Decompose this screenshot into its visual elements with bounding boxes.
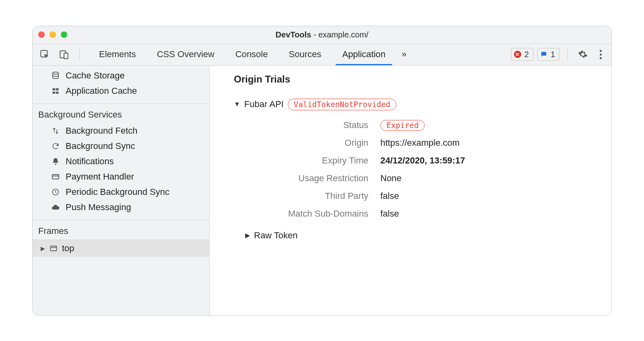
field-value-match-subdomains: false [380,209,595,219]
window-titlebar: DevTools - example.com/ [33,26,611,44]
svg-rect-7 [56,91,59,93]
svg-rect-4 [53,88,56,90]
sidebar-item-label: Payment Handler [66,172,134,182]
section-heading-origin-trials: Origin Trials [234,74,595,85]
window-title-app: DevTools [276,30,312,39]
svg-rect-8 [52,174,59,179]
toolbar-divider [568,48,568,60]
message-icon [540,51,547,58]
sidebar-item-top-frame[interactable]: ▶ top [33,240,209,257]
cloud-icon [50,202,61,213]
window-traffic-lights [38,31,67,38]
console-errors-pill[interactable]: ✕ 2 [511,48,533,61]
status-badge: Expired [380,120,425,131]
close-window-button[interactable] [38,31,45,38]
inspect-element-button[interactable] [37,46,53,62]
window-title: DevTools - example.com/ [33,30,611,39]
devtools-panel-tabs: Elements CSS Overview Console Sources Ap… [89,44,511,65]
field-value-third-party: false [380,191,595,201]
toolbar-divider [79,48,80,60]
window-title-location: example.com/ [318,30,369,39]
sidebar-heading-frames: Frames [33,224,209,240]
origin-trial-details: Status Expired Origin https://example.co… [248,120,595,219]
application-sidebar: Cache Storage Application Cache Backgrou… [33,66,210,315]
sidebar-item-push-messaging[interactable]: Push Messaging [33,200,209,215]
field-label-origin: Origin [248,138,368,148]
svg-rect-6 [53,91,56,93]
field-label-third-party: Third Party [248,191,368,201]
field-label-match-subdomains: Match Sub-Domains [248,209,368,219]
field-value-expiry: 24/12/2020, 13:59:17 [380,155,595,166]
more-options-button[interactable] [594,50,607,59]
sidebar-item-label: Cache Storage [66,70,125,81]
svg-rect-2 [64,53,68,59]
error-icon: ✕ [514,51,521,58]
sidebar-item-periodic-background-sync[interactable]: Periodic Background Sync [33,184,209,200]
origin-trial-token-badge: ValidTokenNotProvided [288,99,396,110]
sidebar-item-application-cache[interactable]: Application Cache [33,83,209,99]
raw-token-row[interactable]: ▶ Raw Token [245,230,595,241]
tabs-overflow-button[interactable]: » [396,44,412,65]
origin-trial-row[interactable]: ▼ Fubar API ValidTokenNotProvided [234,99,595,110]
raw-token-label: Raw Token [254,230,297,241]
tab-sources[interactable]: Sources [278,44,332,65]
field-label-usage: Usage Restriction [248,173,368,184]
sidebar-item-label: Background Sync [66,141,135,151]
device-toolbar-button[interactable] [56,46,72,62]
sidebar-item-label: Application Cache [66,86,137,96]
svg-rect-10 [51,246,57,251]
bell-icon [50,156,61,167]
devtools-toolbar: Elements CSS Overview Console Sources Ap… [33,44,611,66]
sidebar-item-background-sync[interactable]: Background Sync [33,138,209,154]
field-label-expiry: Expiry Time [248,155,368,166]
tab-application[interactable]: Application [332,44,396,65]
tab-css-overview[interactable]: CSS Overview [147,44,225,65]
minimize-window-button[interactable] [50,31,56,38]
origin-trial-name: Fubar API [244,99,284,110]
database-icon [50,70,61,81]
sidebar-item-notifications[interactable]: Notifications [33,154,209,169]
svg-point-3 [53,72,59,74]
tab-elements[interactable]: Elements [89,44,147,65]
messages-count: 1 [551,50,555,59]
errors-count: 2 [524,50,529,59]
devtools-window: DevTools - example.com/ [32,26,612,316]
sidebar-item-label: Background Fetch [66,126,138,136]
window-icon [48,243,59,254]
svg-rect-5 [56,88,59,90]
tab-console[interactable]: Console [225,44,279,65]
sync-icon [50,141,61,151]
application-main-panel: Origin Trials ▼ Fubar API ValidTokenNotP… [210,66,611,315]
collapse-triangle-icon: ▼ [234,101,240,108]
sidebar-item-label: Push Messaging [66,202,131,213]
sidebar-item-cache-storage[interactable]: Cache Storage [33,68,209,83]
field-value-origin: https://example.com [380,138,595,148]
field-label-status: Status [248,120,368,130]
sidebar-item-label: Periodic Background Sync [66,187,169,197]
grid-icon [50,86,61,96]
sidebar-heading-background-services: Background Services [33,108,209,123]
expand-triangle-icon: ▶ [245,231,250,239]
expand-triangle-icon: ▶ [41,245,45,252]
clock-icon [50,187,61,197]
field-value-usage: None [380,173,595,184]
frame-name-label: top [62,243,74,254]
settings-button[interactable] [576,50,590,59]
sidebar-item-label: Notifications [66,156,114,167]
transfer-icon [50,126,61,136]
credit-card-icon [50,172,61,182]
console-messages-pill[interactable]: 1 [537,48,559,61]
sidebar-item-background-fetch[interactable]: Background Fetch [33,123,209,138]
zoom-window-button[interactable] [61,31,67,38]
sidebar-item-payment-handler[interactable]: Payment Handler [33,169,209,184]
